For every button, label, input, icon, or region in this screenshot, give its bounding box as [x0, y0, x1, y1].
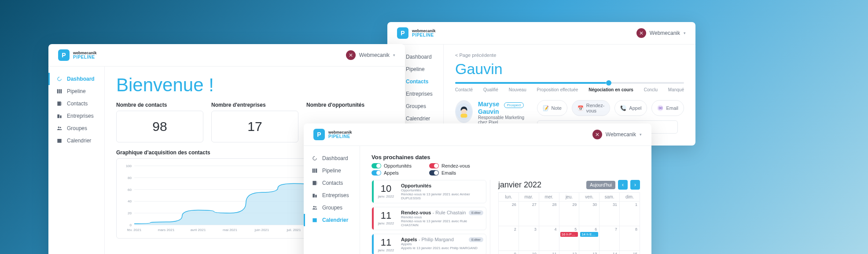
calendar-cell[interactable]: 12 — [559, 251, 579, 254]
sidebar-item-calendrier[interactable]: Calendrier — [304, 214, 360, 226]
toggle-appels[interactable]: Appels — [371, 170, 412, 176]
calendar-cell[interactable]: 28 — [539, 202, 559, 226]
calendar-cell[interactable]: 14 — [600, 251, 620, 254]
users-icon — [312, 205, 318, 211]
calendar-cell[interactable]: 614 h Emma Tous — [579, 226, 600, 251]
sidebar-item-contacts[interactable]: Contacts — [48, 97, 104, 110]
svg-text:80: 80 — [128, 176, 132, 180]
toggle-emails[interactable]: Emails — [429, 170, 470, 176]
action-note[interactable]: 📝Note — [537, 100, 567, 116]
calendar-cell[interactable]: 30 — [579, 202, 600, 226]
toggle-opportunites[interactable]: Opportunités — [371, 163, 412, 168]
edit-pill[interactable]: Editer — [469, 210, 483, 215]
breadcrumb-back[interactable]: < Page précédente — [455, 52, 684, 58]
svg-text:mars 2021: mars 2021 — [158, 228, 175, 232]
stat-entreprises: Nombre d'entreprises 17 — [211, 102, 298, 142]
calendar-cell[interactable]: 1310 h Maryse Gauvin — [579, 251, 600, 254]
agenda-entry[interactable]: 11janv. 2022 Appels - Philip Margand Edi… — [371, 234, 486, 254]
calendar-cell[interactable]: 8 — [620, 226, 640, 251]
building-icon — [56, 113, 63, 119]
calendar-cell[interactable]: 26 — [499, 202, 519, 226]
toggle-rendezvous[interactable]: Rendez-vous — [429, 163, 470, 168]
sidebar-item-dashboard[interactable]: Dashboard — [304, 152, 360, 164]
today-button[interactable]: Aujourd'hui — [586, 181, 615, 189]
svg-point-29 — [315, 206, 316, 208]
user-menu[interactable]: Webmecanik ▾ — [346, 50, 395, 60]
chevron-down-icon: ▾ — [393, 53, 395, 57]
building-icon — [312, 192, 318, 198]
user-avatar-icon — [636, 28, 646, 38]
action-rendezvous[interactable]: 📅Rendez-vous — [572, 100, 611, 116]
svg-text:60: 60 — [128, 188, 132, 192]
svg-rect-4 — [461, 114, 467, 118]
action-email[interactable]: ✉Email — [651, 100, 684, 116]
month-title: janvier 2022 — [498, 180, 541, 190]
calendar-window: P webmecanik PIPELINE Webmecanik ▾ Dashb… — [304, 123, 651, 254]
sidebar-item-groupes[interactable]: Groupes — [304, 202, 360, 214]
brand: P webmecanik PIPELINE — [397, 27, 436, 39]
svg-point-5 — [58, 127, 60, 128]
agenda-list: 10janv. 2022 Opportunités Opportunités R… — [371, 180, 490, 254]
user-name: Webmecanik — [650, 30, 680, 36]
calendar-cell[interactable]: 4 — [539, 226, 559, 251]
stage-track[interactable] — [455, 82, 684, 84]
calendar-cell[interactable]: 1110 h Rule Chastain14 h Philip Margand1… — [539, 251, 559, 254]
calendar-cell[interactable]: 15 — [620, 251, 640, 254]
contacts-icon — [312, 180, 318, 186]
agenda-entry[interactable]: 10janv. 2022 Opportunités Opportunités R… — [371, 180, 486, 203]
stat-contacts: Nombre de contacts 98 — [116, 102, 203, 142]
calendar-event[interactable]: 14 h Emma Tous — [580, 232, 598, 237]
columns-icon — [56, 88, 63, 94]
topbar: P webmecanik PIPELINE Webmecanik ▾ — [387, 22, 695, 45]
svg-text:avril 2021: avril 2021 — [191, 228, 206, 232]
user-avatar-icon — [592, 130, 602, 139]
calendar-cell[interactable]: 1 — [620, 202, 640, 226]
svg-text:mai 2021: mai 2021 — [223, 228, 237, 232]
user-menu[interactable]: Webmecanik ▾ — [636, 28, 686, 38]
sidebar-item-pipeline[interactable]: Pipeline — [48, 85, 104, 97]
gauge-icon — [56, 76, 63, 82]
users-icon — [56, 125, 63, 131]
calendar-grid[interactable]: lun.mar.mer.jeu.ven.sam.dim. 26272829303… — [498, 192, 640, 254]
prev-month-button[interactable]: ‹ — [618, 180, 628, 190]
user-name: Webmecanik — [359, 52, 390, 58]
calendar-cell[interactable]: 516 h Pauline Clos — [559, 226, 579, 251]
svg-text:fév. 2021: fév. 2021 — [127, 228, 142, 232]
calendar-event[interactable]: 16 h Pauline Clos — [560, 232, 578, 237]
user-menu[interactable]: Webmecanik ▾ — [592, 130, 642, 139]
legend-toggles: Opportunités Appels Rendez-vous Emails — [371, 163, 640, 176]
calendar-cell[interactable]: 2 — [499, 226, 519, 251]
upcoming-title: Vos prochaines dates — [371, 154, 640, 161]
contact-actions: 📝Note 📅Rendez-vous 📞Appel ✉Email — [537, 100, 684, 116]
svg-text:40: 40 — [128, 199, 132, 203]
topbar: P webmecanik PIPELINE Webmecanik ▾ — [48, 44, 405, 67]
gauge-icon — [312, 155, 318, 161]
sidebar-item-dashboard[interactable]: Dashboard — [48, 73, 104, 85]
sidebar-item-entreprises[interactable]: Entreprises — [304, 189, 360, 202]
sidebar: Dashboard Pipeline Contacts Entreprises … — [304, 146, 360, 254]
sidebar-item-pipeline[interactable]: Pipeline — [304, 164, 360, 177]
sidebar-item-entreprises[interactable]: Entreprises — [48, 110, 104, 122]
calendar-cell[interactable]: 29 — [559, 202, 579, 226]
sidebar-item-contacts[interactable]: Contacts — [304, 177, 360, 189]
columns-icon — [312, 168, 318, 174]
sidebar: Dashboard Pipeline Contacts Entreprises … — [48, 67, 105, 254]
sidebar-item-groupes[interactable]: Groupes — [48, 122, 104, 134]
svg-text:20: 20 — [128, 211, 132, 215]
calendar-cell[interactable]: 31 — [600, 202, 620, 226]
calendar-cell[interactable]: 7 — [600, 226, 620, 251]
svg-text:100: 100 — [126, 164, 132, 168]
sidebar-item-calendrier[interactable]: Calendrier — [48, 134, 104, 147]
action-appel[interactable]: 📞Appel — [614, 100, 647, 116]
edit-pill[interactable]: Editer — [469, 237, 483, 242]
calendar-icon — [312, 217, 318, 223]
calendar-cell[interactable]: 27 — [519, 202, 539, 226]
calendar-icon — [56, 138, 63, 144]
calendar-cell[interactable]: 108 h Aubine Ayot14 h Aya Rouleau15 h Pe… — [519, 251, 539, 254]
prospect-badge: Prospect — [504, 102, 524, 108]
calendar-cell[interactable]: 3 — [519, 226, 539, 251]
topbar: P webmecanik PIPELINE Webmecanik ▾ — [304, 123, 651, 146]
agenda-entry[interactable]: 11janv. 2022 Rendez-vous - Rule Chastain… — [371, 207, 486, 230]
next-month-button[interactable]: › — [630, 180, 640, 190]
calendar-cell[interactable]: 9 — [499, 251, 519, 254]
